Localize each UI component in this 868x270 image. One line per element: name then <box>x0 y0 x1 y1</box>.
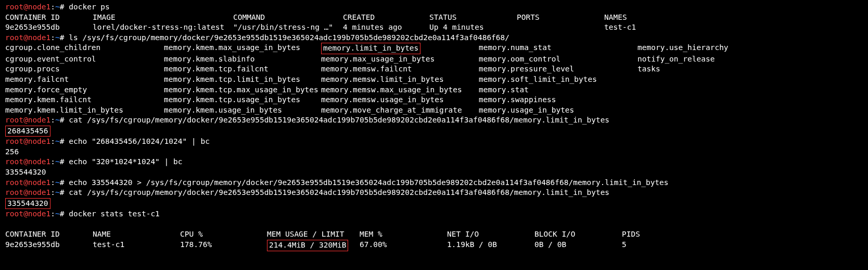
prompt-path: ~ <box>55 3 60 11</box>
prompt-userhost: root@node1 <box>5 188 50 197</box>
ps-hdr-image: IMAGE <box>93 13 233 23</box>
ps-cell-command: "/usr/bin/stress-ng …" <box>233 22 343 33</box>
file-item: memory.kmem.slabinfo <box>164 54 321 65</box>
file-item: memory.kmem.tcp.limit_in_bytes <box>164 75 321 85</box>
stats-data-row: 9e2653e955db test-c1 178.76% 214.4MiB / … <box>5 240 863 251</box>
file-item: memory.oom_control <box>479 54 637 65</box>
stats-cell-mem-pct: 67.00% <box>360 240 447 251</box>
file-item <box>637 85 794 95</box>
prompt-userhost: root@node1 <box>5 116 50 124</box>
stats-hdr-mem-pct: MEM % <box>360 229 447 240</box>
cmd-ls-cgroup: ls /sys/fs/cgroup/memory/docker/9e2653e9… <box>69 33 509 42</box>
prompt-path: ~ <box>55 157 60 166</box>
prompt-hash: # <box>60 137 69 145</box>
file-item: memory.memsw.limit_in_bytes <box>321 75 479 85</box>
ls-row: cgroup.clone_children memory.kmem.max_us… <box>5 43 863 54</box>
prompt-userhost: root@node1 <box>5 157 50 166</box>
highlight-box: 268435456 <box>5 126 50 137</box>
ls-row: cgroup.procs memory.kmem.tcp.failcnt mem… <box>5 64 863 75</box>
file-item: memory.memsw.usage_in_bytes <box>321 95 479 105</box>
file-item: memory.stat <box>479 85 637 95</box>
prompt-line: root@node1:~# cat /sys/fs/cgroup/memory/… <box>5 115 863 126</box>
stats-hdr-cpu: CPU % <box>180 229 267 240</box>
cmd-docker-ps: docker ps <box>69 3 110 11</box>
file-item: memory.pressure_level <box>479 64 637 75</box>
prompt-path: ~ <box>55 137 60 145</box>
prompt-line: root@node1:~# echo "320*1024*1024" | bc <box>5 157 863 167</box>
prompt-line: root@node1:~# ls /sys/fs/cgroup/memory/d… <box>5 33 863 43</box>
prompt-hash: # <box>60 210 69 218</box>
file-item: cgroup.event_control <box>5 54 164 65</box>
cmd-cat-limit2: cat /sys/fs/cgroup/memory/docker/9e2653e… <box>69 188 609 197</box>
prompt-path: ~ <box>55 210 60 218</box>
stats-hdr-pids: PIDS <box>622 229 700 240</box>
prompt-line: root@node1:~# docker ps <box>5 2 863 13</box>
stats-header-row: CONTAINER ID NAME CPU % MEM USAGE / LIMI… <box>5 229 863 240</box>
prompt-hash: # <box>60 178 69 187</box>
cmd-docker-stats: docker stats test-c1 <box>69 210 160 218</box>
prompt-sep: : <box>50 178 55 187</box>
blank-line <box>5 219 863 230</box>
ps-hdr-created: CREATED <box>343 13 429 23</box>
prompt-path: ~ <box>55 33 60 42</box>
prompt-userhost: root@node1 <box>5 33 50 42</box>
cmd-echo-calc2: echo "320*1024*1024" | bc <box>69 157 182 166</box>
stats-cell-netio: 1.19kB / 0B <box>447 240 534 251</box>
prompt-path: ~ <box>55 116 60 124</box>
file-item: memory.swappiness <box>479 95 637 105</box>
prompt-hash: # <box>60 157 69 166</box>
ps-hdr-command: COMMAND <box>233 13 343 23</box>
prompt-userhost: root@node1 <box>5 210 50 218</box>
ls-row: memory.kmem.failcnt memory.kmem.tcp.usag… <box>5 95 863 105</box>
file-item: memory.usage_in_bytes <box>479 105 637 116</box>
file-item: memory.limit_in_bytes <box>321 43 479 54</box>
ls-row: cgroup.event_control memory.kmem.slabinf… <box>5 54 863 65</box>
prompt-hash: # <box>60 188 69 197</box>
prompt-userhost: root@node1 <box>5 3 50 11</box>
prompt-line: root@node1:~# docker stats test-c1 <box>5 209 863 219</box>
file-item <box>637 75 794 85</box>
ps-cell-ports <box>517 22 604 33</box>
stats-cell-cpu: 178.76% <box>180 240 267 251</box>
prompt-userhost: root@node1 <box>5 178 50 187</box>
highlight-box: memory.limit_in_bytes <box>321 43 420 54</box>
cmd-cat-limit1: cat /sys/fs/cgroup/memory/docker/9e2653e… <box>69 116 609 124</box>
ps-hdr-status: STATUS <box>429 13 517 23</box>
prompt-sep: : <box>50 137 55 145</box>
ps-hdr-ports: PORTS <box>517 13 604 23</box>
ls-row: memory.force_empty memory.kmem.tcp.max_u… <box>5 85 863 95</box>
ps-cell-id: 9e2653e955db <box>5 22 93 33</box>
file-item: memory.memsw.max_usage_in_bytes <box>321 85 479 95</box>
file-item: memory.use_hierarchy <box>637 43 794 54</box>
stats-hdr-name: NAME <box>93 229 180 240</box>
file-item: memory.kmem.limit_in_bytes <box>5 105 164 116</box>
prompt-sep: : <box>50 210 55 218</box>
prompt-path: ~ <box>55 188 60 197</box>
terminal[interactable]: root@node1:~# docker ps CONTAINER ID IMA… <box>5 2 863 251</box>
ps-data-row: 9e2653e955db lorel/docker-stress-ng:late… <box>5 22 863 33</box>
prompt-hash: # <box>60 3 69 11</box>
stats-cell-pids: 5 <box>622 240 700 251</box>
file-item: memory.kmem.failcnt <box>5 95 164 105</box>
file-item: cgroup.clone_children <box>5 43 164 54</box>
ps-cell-names: test-c1 <box>604 22 682 33</box>
output-line: 335544320 <box>5 198 863 210</box>
file-item: cgroup.procs <box>5 64 164 75</box>
ps-hdr-id: CONTAINER ID <box>5 13 93 23</box>
prompt-sep: : <box>50 116 55 124</box>
file-item: memory.kmem.usage_in_bytes <box>164 105 321 116</box>
file-item: tasks <box>637 64 794 75</box>
file-item: memory.numa_stat <box>479 43 637 54</box>
file-item <box>637 95 794 105</box>
cmd-echo-calc1: echo "268435456/1024/1024" | bc <box>69 137 210 145</box>
prompt-userhost: root@node1 <box>5 137 50 145</box>
stats-hdr-netio: NET I/O <box>447 229 534 240</box>
file-item: memory.force_empty <box>5 85 164 95</box>
highlight-box: 335544320 <box>5 198 50 210</box>
cmd-echo-redirect: echo 335544320 > /sys/fs/cgroup/memory/d… <box>69 178 668 187</box>
prompt-path: ~ <box>55 178 60 187</box>
prompt-hash: # <box>60 116 69 124</box>
ps-cell-created: 4 minutes ago <box>343 22 429 33</box>
output-line: 335544320 <box>5 167 863 178</box>
file-item <box>637 105 794 116</box>
